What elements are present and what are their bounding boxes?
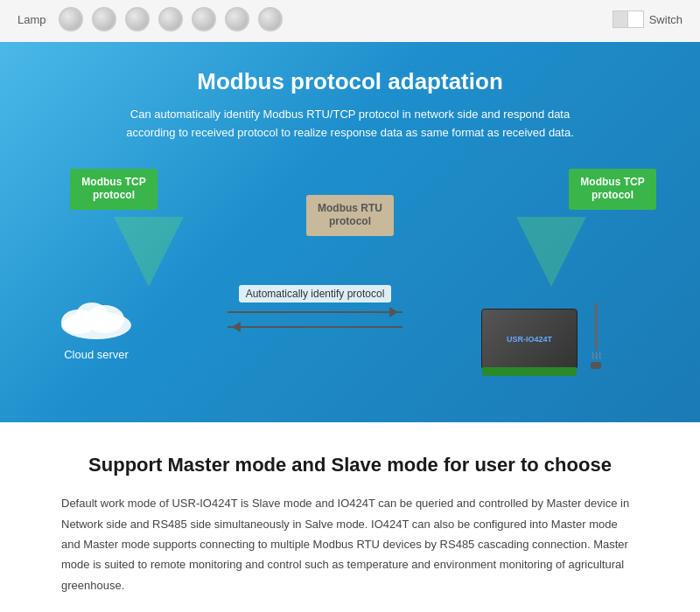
modbus-title: Modbus protocol adaptation: [18, 68, 682, 95]
knob-7[interactable]: [258, 7, 283, 31]
beam-left: [114, 217, 184, 287]
switch-group: Switch: [612, 10, 682, 28]
lamp-label: Lamp: [18, 13, 46, 26]
antenna-base: [591, 362, 601, 369]
back-arrow: [228, 321, 402, 333]
switch-control[interactable]: [612, 10, 644, 28]
arrow-area: Automatically identify protocol: [149, 285, 481, 333]
knob-6[interactable]: [225, 7, 249, 31]
modbus-tcp-right-box: Modbus TCPprotocol: [569, 169, 656, 210]
antenna-coil: ⌇⌇⌇: [591, 351, 601, 362]
modbus-description: Can automatically identify Modbus RTU/TC…: [105, 106, 595, 143]
modbus-tcp-left-box: Modbus TCPprotocol: [70, 169, 158, 210]
bottom-section: Support Master mode and Slave mode for u…: [0, 422, 700, 612]
cloud-container: Cloud server: [52, 289, 140, 361]
beam-right: [516, 217, 586, 287]
forward-line: [228, 311, 402, 313]
knob-5[interactable]: [192, 7, 216, 31]
svg-point-3: [76, 303, 108, 327]
antenna: ⌇⌇⌇: [591, 303, 601, 369]
connector-strip: [482, 367, 577, 376]
knob-2[interactable]: [92, 7, 116, 31]
cloud-label: Cloud server: [52, 348, 140, 361]
top-bar: Lamp Switch: [0, 0, 700, 42]
switch-right[interactable]: [628, 11, 643, 27]
knob-4[interactable]: [158, 7, 183, 31]
device-box: ⌇⌇⌇: [481, 309, 578, 370]
antenna-stick: [595, 303, 598, 351]
bottom-title: Support Master mode and Slave mode for u…: [35, 453, 665, 478]
switch-left[interactable]: [613, 11, 628, 27]
modbus-section: Modbus protocol adaptation Can automatic…: [0, 42, 700, 422]
protocol-diagram: Modbus TCPprotocol Modbus RTUprotocol Mo…: [18, 169, 682, 396]
arrow-label: Automatically identify protocol: [239, 285, 392, 303]
switch-label: Switch: [649, 13, 682, 26]
back-line: [228, 326, 402, 328]
knob-1[interactable]: [59, 7, 83, 31]
arrows: [149, 306, 481, 333]
device-container: ⌇⌇⌇: [481, 309, 578, 370]
bottom-description: Default work mode of USR-IO424T is Slave…: [61, 493, 639, 595]
knob-3[interactable]: [125, 7, 150, 31]
forward-arrow: [228, 306, 402, 318]
cloud-icon: [52, 289, 140, 341]
modbus-rtu-box: Modbus RTUprotocol: [306, 195, 394, 236]
